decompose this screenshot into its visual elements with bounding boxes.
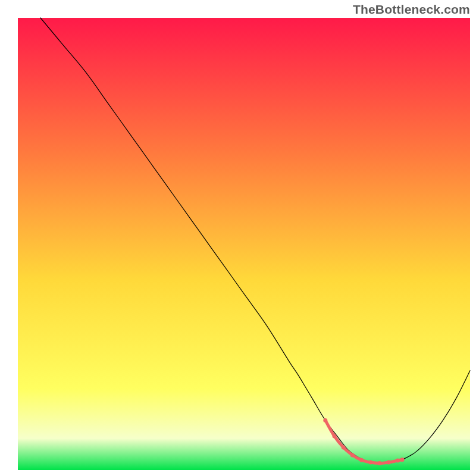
highlight-dot [400, 458, 405, 462]
highlight-dot [342, 446, 346, 450]
highlight-dot [323, 418, 327, 422]
highlight-dot [378, 461, 382, 465]
watermark-text: TheBottleneck.com [353, 2, 470, 17]
highlight-dot [350, 453, 355, 457]
highlight-dot [359, 458, 364, 462]
bottleneck-chart [0, 0, 476, 476]
highlight-dot [396, 459, 400, 463]
highlight-dot [368, 461, 372, 465]
highlight-dot [333, 434, 337, 439]
plot-inner [18, 18, 470, 470]
highlight-dot [387, 461, 391, 465]
gradient-rect [18, 18, 470, 470]
